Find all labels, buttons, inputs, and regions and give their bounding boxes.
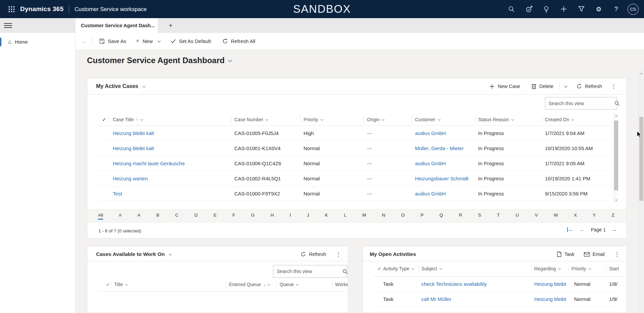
column-activity-type[interactable]: Activity Type xyxy=(383,264,414,273)
alpha-item[interactable]: P xyxy=(420,213,423,220)
alpha-item[interactable]: C xyxy=(175,213,179,220)
case-title-link[interactable]: Heizung macht laute Geräusche xyxy=(113,161,185,166)
alpha-item[interactable]: E xyxy=(214,213,217,220)
alpha-item[interactable]: Z xyxy=(612,213,614,220)
column-status-reason[interactable]: Status Reason xyxy=(478,113,513,126)
column-priority[interactable]: Priority xyxy=(571,264,591,273)
alpha-item[interactable]: D xyxy=(194,213,198,220)
column-origin[interactable]: Origin xyxy=(367,113,384,126)
page-scrollbar-thumb[interactable] xyxy=(639,117,643,201)
column-start[interactable]: Start xyxy=(609,264,619,273)
column-subject[interactable]: Subject xyxy=(421,264,442,273)
alpha-item[interactable]: A xyxy=(137,213,140,220)
scroll-down-icon[interactable]: ▼ xyxy=(613,199,619,202)
refresh-all-button[interactable]: Refresh All xyxy=(222,38,256,44)
column-queue[interactable]: Queue xyxy=(280,280,298,289)
column-worked[interactable]: Worked xyxy=(335,280,348,289)
alpha-item[interactable]: V xyxy=(535,213,538,220)
app-title[interactable]: Dynamics 365 xyxy=(20,5,63,13)
back-arrow-icon[interactable]: ← xyxy=(81,38,87,45)
hamburger-menu-icon[interactable] xyxy=(4,22,12,29)
alpha-item[interactable]: X xyxy=(574,213,577,220)
user-avatar[interactable]: CS xyxy=(628,4,639,15)
column-regarding[interactable]: Regarding xyxy=(534,264,560,273)
alpha-item[interactable]: R xyxy=(459,213,462,220)
regarding-link[interactable]: Heizung bleibt xyxy=(534,296,566,302)
activity-row[interactable]: Task check Technicians availability Heiz… xyxy=(373,276,620,292)
subject-link[interactable]: call Mr Müller xyxy=(421,296,451,302)
customer-link[interactable]: audius GmbH xyxy=(415,130,446,136)
alpha-item[interactable]: S xyxy=(478,213,481,220)
column-title[interactable]: Title xyxy=(114,280,127,289)
alpha-item[interactable]: B xyxy=(156,213,159,220)
customer-link[interactable]: Müller, Gerda - Mieter xyxy=(415,145,464,151)
column-priority[interactable]: Priority xyxy=(304,113,323,126)
alpha-item[interactable]: W xyxy=(554,213,558,220)
customer-link[interactable]: audius GmbH xyxy=(415,161,446,166)
refresh-button[interactable]: Refresh xyxy=(301,252,326,257)
task-button[interactable]: Task xyxy=(557,252,574,257)
alpha-item[interactable]: L xyxy=(344,213,347,220)
alpha-item[interactable]: M xyxy=(362,213,366,220)
grid-scrollbar-thumb[interactable] xyxy=(614,121,618,190)
customer-link[interactable]: Heizungsbauer Schmidt xyxy=(415,176,468,181)
alpha-item[interactable]: Q xyxy=(440,213,443,220)
waffle-icon[interactable] xyxy=(5,0,18,18)
settings-gear-icon[interactable]: ⚙ xyxy=(590,0,607,18)
scroll-up-icon[interactable]: ▲ xyxy=(639,72,644,75)
first-page-icon[interactable]: ← xyxy=(567,227,574,232)
help-icon[interactable]: ? xyxy=(607,0,625,18)
alpha-item[interactable]: F xyxy=(232,213,235,220)
search-icon[interactable] xyxy=(503,0,520,18)
search-icon[interactable] xyxy=(342,269,348,274)
new-case-button[interactable]: New Case xyxy=(490,84,520,89)
regarding-link[interactable]: Heizung bleibt xyxy=(534,281,566,287)
column-customer[interactable]: Customer xyxy=(415,113,440,126)
refresh-button[interactable]: Refresh xyxy=(577,84,602,89)
search-input[interactable] xyxy=(545,101,614,106)
sidebar-item-home[interactable]: ⌂ Home xyxy=(0,36,76,48)
view-selector-chevron-icon[interactable] xyxy=(142,84,146,88)
email-button[interactable]: Email xyxy=(584,252,605,257)
alpha-item[interactable]: U xyxy=(516,213,519,220)
delete-button[interactable]: Delete xyxy=(532,84,553,89)
alpha-item[interactable]: G xyxy=(251,213,255,220)
select-all-checkmark-icon[interactable]: ✓ xyxy=(106,280,110,289)
new-tab-button[interactable]: + xyxy=(164,18,177,33)
table-row[interactable]: Heizung warten CAS-01002-R4L5Q1 Normal -… xyxy=(97,171,609,186)
dashboard-selector-chevron-icon[interactable] xyxy=(228,58,232,62)
new-dropdown-chevron-icon[interactable] xyxy=(157,39,161,42)
column-case-title[interactable]: Case Title ↑ xyxy=(113,113,143,126)
alpha-item[interactable]: Y xyxy=(593,213,596,220)
case-title-link[interactable]: Test xyxy=(113,191,122,196)
more-commands-icon[interactable]: ⋮ xyxy=(333,251,343,258)
table-row[interactable]: Heizung bleibt kalt CAS-01001-K1X0V4 Nor… xyxy=(97,141,609,156)
alpha-item[interactable]: # xyxy=(119,213,122,220)
table-row[interactable]: Test CAS-01000-F9T9X2 Normal --- audius … xyxy=(97,186,609,201)
alpha-item[interactable]: K xyxy=(325,213,328,220)
delete-dropdown-chevron-icon[interactable] xyxy=(564,84,567,88)
select-all-checkmark-icon[interactable]: ✓ xyxy=(102,113,106,126)
tab-dashboard[interactable]: Customer Service Agent Dash... xyxy=(76,18,158,33)
alpha-item[interactable]: H xyxy=(271,213,274,220)
more-commands-icon[interactable]: ⋮ xyxy=(612,251,622,258)
scroll-up-icon[interactable]: ▲ xyxy=(613,115,619,118)
previous-page-icon[interactable]: ← xyxy=(580,226,585,233)
alpha-item[interactable]: J xyxy=(307,213,309,220)
view-selector-chevron-icon[interactable] xyxy=(169,252,172,256)
filter-icon[interactable] xyxy=(572,0,590,18)
lightbulb-icon[interactable] xyxy=(538,0,555,18)
page-scrollbar[interactable]: ▲ xyxy=(638,70,644,313)
more-commands-icon[interactable]: ⋮ xyxy=(609,83,618,90)
subject-link[interactable]: check Technicians availability xyxy=(421,281,487,287)
search-icon[interactable] xyxy=(614,100,620,106)
set-as-default-button[interactable]: Set As Default xyxy=(171,38,211,44)
table-row[interactable]: Heizung bleibt kalt CAS-01005-F0J5J4 Hig… xyxy=(97,126,609,141)
alpha-item[interactable]: I xyxy=(290,213,291,220)
alpha-item[interactable]: O xyxy=(401,213,405,220)
new-button[interactable]: + New xyxy=(136,37,153,45)
case-title-link[interactable]: Heizung bleibt kalt xyxy=(113,145,154,151)
column-entered-queue[interactable]: Entered Queue ↓ xyxy=(229,280,270,289)
alpha-all[interactable]: All xyxy=(98,213,103,220)
case-title-link[interactable]: Heizung warten xyxy=(113,176,148,181)
